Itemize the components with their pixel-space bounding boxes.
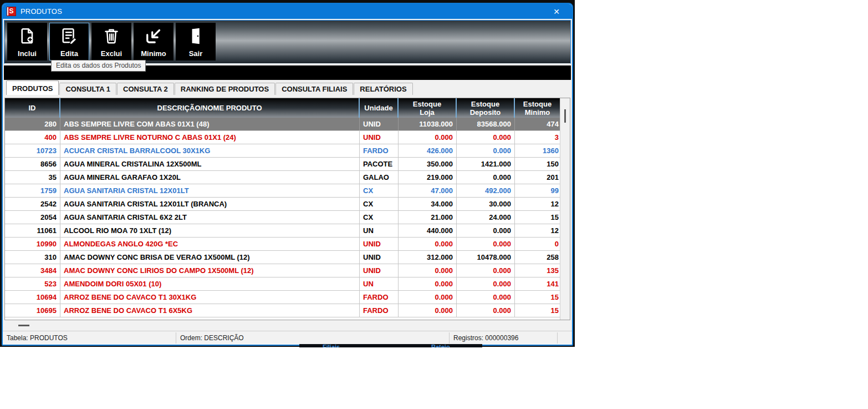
window-title: PRODUTOS <box>21 7 62 16</box>
cell-estoque-deposito: 0.000 <box>457 304 515 317</box>
tab-consulta-1[interactable]: CONSULTA 1 <box>59 83 116 95</box>
cell-estoque-loja: 426.000 <box>399 144 457 157</box>
cell-id: 280 <box>5 118 60 130</box>
table-row[interactable]: 10694ARROZ BENE DO CAVACO T1 30X1KGFARDO… <box>5 291 560 304</box>
horizontal-scrollbar[interactable] <box>4 320 570 331</box>
column-header-unidade[interactable]: Unidade <box>360 98 399 118</box>
tab-consulta-2[interactable]: CONSULTA 2 <box>117 83 174 95</box>
cell-estoque-minimo: 150 <box>515 158 560 170</box>
tab-relatorios[interactable]: RELATÓRIOS <box>354 83 412 95</box>
cell-id: 10694 <box>5 291 60 304</box>
table-row[interactable]: 1759AGUA SANITARIA CRISTAL 12X01LTCX47.0… <box>5 184 560 198</box>
cell-id: 10990 <box>5 238 60 250</box>
cell-unidade: CX <box>360 198 399 210</box>
status-ordem: Ordem: DESCRIÇÃO <box>180 334 244 342</box>
cell-estoque-minimo: 0 <box>515 238 560 250</box>
cell-estoque-deposito: 492.000 <box>457 184 515 197</box>
cell-estoque-loja: 440.000 <box>399 224 457 237</box>
table-row[interactable]: 11061ALCOOL RIO MOA 70 1XLT (12)UN440.00… <box>5 224 560 238</box>
minimo-button[interactable]: Minimo <box>134 23 173 60</box>
edita-button[interactable]: Edita <box>49 23 89 60</box>
tab-consulta-filiais[interactable]: CONSULTA FILIAIS <box>275 83 353 95</box>
cell-estoque-deposito: 30.000 <box>457 198 515 210</box>
table-row[interactable]: 2542AGUA SANITARIA CRISTAL 12X01LT (BRAN… <box>5 198 560 211</box>
tab-bar: PRODUTOS CONSULTA 1 CONSULTA 2 RANKING D… <box>4 80 571 95</box>
cell-estoque-minimo: 258 <box>515 251 560 264</box>
tab-ranking-de-produtos[interactable]: RANKING DE PRODUTOS <box>175 83 275 95</box>
produtos-window: S PRODUTOS ✕ Inclui <box>0 0 575 347</box>
grid-body: 280ABS SEMPRE LIVRE COM ABAS 01X1 (48)UN… <box>5 118 560 317</box>
cell-id: 35 <box>5 171 60 184</box>
app-icon: S <box>7 7 16 16</box>
table-row[interactable]: 400ABS SEMPRE LIVRE NOTURNO C ABAS 01X1 … <box>5 131 560 144</box>
cell-estoque-deposito: 0.000 <box>457 131 515 144</box>
tooltip: Edita os dados dos Produtos <box>51 60 146 72</box>
table-row[interactable]: 10990ALMONDEGAS ANGLO 420G *ECUNID0.0000… <box>5 238 560 251</box>
cell-estoque-minimo: 135 <box>515 264 560 277</box>
cell-descricao: AMAC DOWNY CONC BRISA DE VERAO 1X500ML (… <box>60 251 360 264</box>
cell-estoque-loja: 0.000 <box>399 131 457 144</box>
table-row[interactable]: 310AMAC DOWNY CONC BRISA DE VERAO 1X500M… <box>5 251 560 264</box>
column-header-estoque-deposito[interactable]: EstoqueDeposito <box>457 98 515 118</box>
table-row[interactable]: 3484AMAC DOWNY CONC LIRIOS DO CAMPO 1X50… <box>5 264 560 277</box>
sair-label: Sair <box>189 49 203 60</box>
table-row[interactable]: 8656AGUA MINERAL CRISTALINA 12X500MLPACO… <box>5 158 560 171</box>
column-header-descricao[interactable]: DESCRIÇÃO/NOME PRODUTO <box>60 98 360 118</box>
cell-unidade: PACOTE <box>360 158 399 170</box>
cell-id: 523 <box>5 277 60 290</box>
cell-estoque-deposito: 0.000 <box>457 264 515 277</box>
table-row[interactable]: 10723ACUCAR CRISTAL BARRALCOOL 30X1KGFAR… <box>5 144 560 158</box>
grid-header: ID DESCRIÇÃO/NOME PRODUTO Unidade Estoqu… <box>5 98 560 118</box>
cell-id: 310 <box>5 251 60 264</box>
cell-unidade: CX <box>360 184 399 197</box>
cell-unidade: UNID <box>360 264 399 277</box>
minimo-label: Minimo <box>141 49 166 60</box>
tab-produtos[interactable]: PRODUTOS <box>6 80 59 95</box>
cell-id: 2542 <box>5 198 60 210</box>
cell-estoque-minimo: 201 <box>515 171 560 184</box>
cell-id: 8656 <box>5 158 60 170</box>
cell-estoque-deposito: 10478.000 <box>457 251 515 264</box>
trash-icon <box>101 26 121 49</box>
inclui-button[interactable]: Inclui <box>7 23 47 60</box>
vertical-scrollbar[interactable] <box>560 98 570 320</box>
cell-id: 10695 <box>5 304 60 317</box>
status-separator <box>176 332 176 344</box>
status-separator <box>449 332 450 344</box>
horizontal-scrollbar-thumb[interactable] <box>18 325 29 326</box>
cell-descricao: ALMONDEGAS ANGLO 420G *EC <box>60 238 360 250</box>
cell-descricao: AMAC DOWNY CONC LIRIOS DO CAMPO 1X500ML … <box>60 264 360 277</box>
cell-estoque-deposito: 0.000 <box>457 291 515 304</box>
cell-descricao: ARROZ BENE DO CAVACO T1 6X5KG <box>60 304 360 317</box>
screen: S PRODUTOS ✕ Inclui <box>0 0 868 409</box>
toolbar: Inclui Edita <box>4 20 571 64</box>
close-icon[interactable]: ✕ <box>549 6 564 17</box>
table-row[interactable]: 10695ARROZ BENE DO CAVACO T1 6X5KGFARDO0… <box>5 304 560 317</box>
status-registros: Registros: 000000396 <box>453 334 518 342</box>
exclui-button[interactable]: Exclui <box>91 23 131 60</box>
column-header-estoque-loja[interactable]: EstoqueLoja <box>399 98 457 118</box>
cell-estoque-loja: 0.000 <box>399 304 457 317</box>
cell-descricao: ABS SEMPRE LIVRE COM ABAS 01X1 (48) <box>60 118 360 130</box>
table-row[interactable]: 35AGUA MINERAL GARAFAO 1X20LGALAO219.000… <box>5 171 560 184</box>
cell-descricao: ALCOOL RIO MOA 70 1XLT (12) <box>60 224 360 237</box>
cell-estoque-loja: 219.000 <box>399 171 457 184</box>
edita-label: Edita <box>60 49 78 60</box>
vertical-scrollbar-thumb[interactable] <box>564 109 566 123</box>
cell-estoque-minimo: 3 <box>515 131 560 144</box>
table-row[interactable]: 280ABS SEMPRE LIVRE COM ABAS 01X1 (48)UN… <box>5 118 560 131</box>
table-row[interactable]: 523AMENDOIM DORI 05X01 (10)UN0.0000.0001… <box>5 277 560 291</box>
table-row[interactable]: 2054AGUA SANITARIA CRISTAL 6X2 2LTCX21.0… <box>5 211 560 224</box>
cell-unidade: UNID <box>360 131 399 144</box>
background-fragment: Rateio <box>431 344 450 347</box>
minimize-corner-icon <box>144 26 164 49</box>
cell-unidade: UN <box>360 224 399 237</box>
status-separator <box>557 332 558 344</box>
column-header-estoque-minimo[interactable]: EstoqueMinimo <box>515 98 560 118</box>
sair-button[interactable]: Sair <box>176 23 216 60</box>
cell-id: 3484 <box>5 264 60 277</box>
cell-unidade: UNID <box>360 238 399 250</box>
column-header-id[interactable]: ID <box>5 98 60 118</box>
cell-descricao: ACUCAR CRISTAL BARRALCOOL 30X1KG <box>60 144 360 157</box>
cell-unidade: UN <box>360 277 399 290</box>
